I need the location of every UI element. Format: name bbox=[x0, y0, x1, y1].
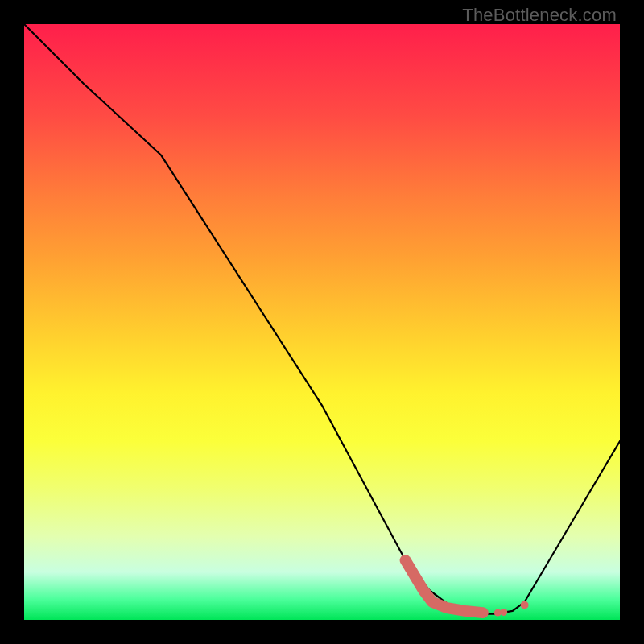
line-chart-svg bbox=[24, 24, 620, 620]
watermark-text: TheBottleneck.com bbox=[462, 5, 617, 26]
marker-dots-group bbox=[494, 601, 529, 617]
chart-frame: TheBottleneck.com bbox=[0, 0, 644, 644]
bottleneck-curve-path bbox=[24, 24, 620, 614]
marker-dot bbox=[500, 609, 507, 616]
gradient-plot-background bbox=[24, 24, 620, 620]
marker-dot bbox=[521, 601, 529, 609]
optimal-range-highlight-path bbox=[406, 560, 483, 613]
